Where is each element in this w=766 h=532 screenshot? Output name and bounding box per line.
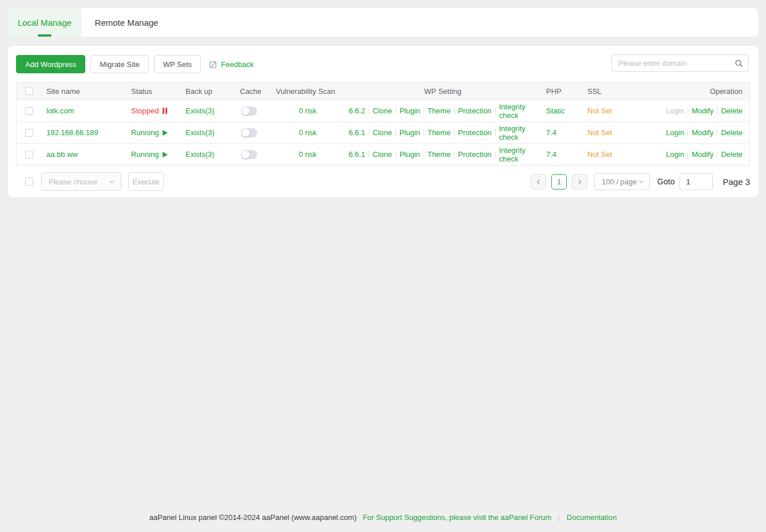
tab-local-manage[interactable]: Local Manage [8,8,81,37]
copyright-text: aaPanel Linux panel ©2014-2024 aaPanel (… [149,513,357,522]
divider [454,151,455,158]
site-name-link[interactable]: lotk.com [46,107,74,115]
divider [688,151,688,158]
table-header-row: Site name Status Back up Cache Vulnerabi… [17,82,749,100]
modify-link[interactable]: Modify [692,150,713,159]
cache-toggle[interactable] [241,107,257,116]
execute-button[interactable]: Execute [128,172,164,191]
integrity-check-link[interactable]: Integrity check [499,103,542,120]
clone-link[interactable]: Clone [373,107,392,115]
search-icon[interactable] [735,59,743,68]
goto-page-input[interactable] [680,173,713,190]
goto-label: Goto [657,177,674,186]
header-site-name: Site name [42,87,127,96]
divider [717,107,717,115]
tab-local-manage-label: Local Manage [18,18,72,27]
divider [396,107,396,115]
login-link[interactable]: Login [666,128,684,137]
modify-link[interactable]: Modify [692,107,713,115]
status-cell[interactable]: Running [127,150,181,159]
cache-toggle[interactable] [241,150,257,159]
divider [396,151,396,158]
backup-link[interactable]: Exists(3) [185,150,215,159]
clone-link[interactable]: Clone [373,128,392,137]
bulk-action-placeholder: Please choose [49,178,97,186]
clone-link[interactable]: Clone [373,150,392,159]
php-version-link[interactable]: 7.4 [546,128,556,137]
plugin-link[interactable]: Plugin [400,128,420,137]
delete-link[interactable]: Delete [721,128,743,137]
prev-page-button[interactable] [531,174,546,190]
divider [369,129,369,136]
header-cell-checkbox [17,87,42,95]
header-cache: Cache [235,87,271,96]
wp-version: 6.6.2 [344,107,365,115]
operation-cell: Login Modify Delete [665,128,749,137]
cache-toggle[interactable] [241,128,257,137]
header-vulnerability-scan: Vulnerability Scan [271,87,344,96]
select-all-checkbox[interactable] [25,87,33,95]
login-link[interactable]: Login [666,150,684,159]
delete-link[interactable]: Delete [721,107,743,115]
backup-link[interactable]: Exists(3) [185,128,215,137]
vulnerability-link[interactable]: 0 risk [299,128,317,137]
status-label: Running [131,150,159,159]
vulnerability-link[interactable]: 0 risk [299,107,317,115]
vulnerability-link[interactable]: 0 risk [299,150,317,159]
divider [717,129,717,136]
site-name-link[interactable]: aa.bb.ww [46,150,78,159]
tab-remote-manage[interactable]: Remote Manage [81,8,172,37]
theme-link[interactable]: Theme [428,150,451,159]
wp-sets-button[interactable]: WP Sets [154,55,201,73]
php-version-link[interactable]: Static [546,107,565,115]
divider [688,129,688,136]
footer: aaPanel Linux panel ©2014-2024 aaPanel (… [0,513,766,522]
row-checkbox[interactable] [25,107,33,115]
backup-link[interactable]: Exists(3) [185,107,215,115]
play-icon [163,152,168,157]
ssl-link[interactable]: Not Set [587,150,612,159]
domain-search-input[interactable] [612,59,735,68]
next-page-button[interactable] [572,174,587,190]
theme-link[interactable]: Theme [428,107,451,115]
header-operation: Operation [665,87,749,96]
toolbar: Add Wordpress Migrate Site WP Sets Feedb… [8,46,758,73]
bulk-select-checkbox[interactable] [25,178,33,186]
pagination: 1 100 / page Goto Page 3 [531,173,750,190]
plugin-link[interactable]: Plugin [400,107,420,115]
ssl-link[interactable]: Not Set [587,107,612,115]
feedback-button[interactable]: Feedback [209,60,254,69]
site-name-link[interactable]: 192.168.66.189 [46,128,98,137]
integrity-check-link[interactable]: Integrity check [499,146,542,163]
login-link[interactable]: Login [666,107,684,115]
plugin-link[interactable]: Plugin [400,150,420,159]
modify-link[interactable]: Modify [692,128,713,137]
forum-link[interactable]: For Support Suggestions, please visit th… [363,513,552,522]
status-cell[interactable]: Stopped [127,107,181,115]
row-checkbox[interactable] [25,151,33,159]
ssl-link[interactable]: Not Set [587,128,612,137]
row-checkbox[interactable] [25,129,33,137]
status-cell[interactable]: Running [127,128,181,137]
bulk-action-select[interactable]: Please choose [41,172,121,191]
tab-bar: Local Manage Remote Manage [8,8,758,37]
protection-link[interactable]: Protection [458,128,492,137]
delete-link[interactable]: Delete [721,150,743,159]
protection-link[interactable]: Protection [458,150,492,159]
table-row: aa.bb.ww Running Exists(3) 0 risk 6.6.1 … [17,143,749,165]
operation-cell: Login Modify Delete [665,150,749,159]
status-label: Running [131,128,159,137]
theme-link[interactable]: Theme [428,128,451,137]
wp-setting-cell: 6.6.1 Clone Plugin Theme Protection Inte… [344,146,542,163]
page-size-select[interactable]: 100 / page [594,173,650,190]
documentation-link[interactable]: Documentation [567,513,617,522]
migrate-site-button[interactable]: Migrate Site [90,55,148,73]
integrity-check-link[interactable]: Integrity check [499,124,542,141]
protection-link[interactable]: Protection [458,107,492,115]
php-version-link[interactable]: 7.4 [546,150,556,159]
divider [688,107,688,115]
page-1-button[interactable]: 1 [551,174,567,190]
divider [454,129,455,136]
add-wordpress-button[interactable]: Add Wordpress [16,55,85,73]
wp-setting-cell: 6.6.1 Clone Plugin Theme Protection Inte… [344,124,542,141]
